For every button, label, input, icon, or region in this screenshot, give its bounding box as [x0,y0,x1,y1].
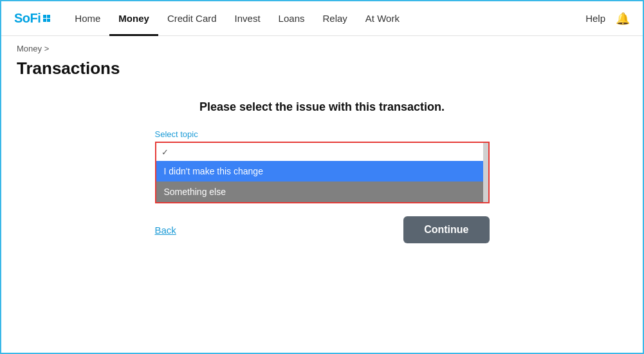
prompt-text: Please select the issue with this transa… [199,100,445,114]
dropdown-inner: ✓ I didn't make this change Something el… [156,143,488,202]
back-link[interactable]: Back [155,225,176,236]
dropdown-container[interactable]: ✓ I didn't make this change Something el… [155,142,490,203]
dropdown-wrapper: Select topic ✓ I didn't make this change… [155,129,490,203]
nav-links: Home Money Credit Card Invest Loans Rela… [66,1,585,36]
notification-bell-icon[interactable]: 🔔 [616,12,630,26]
main-content: Money > Transactions Please select the i… [1,36,643,353]
page-title: Transactions [17,59,627,79]
nav-item-money[interactable]: Money [109,1,158,36]
help-link[interactable]: Help [585,13,605,24]
nav-item-relay[interactable]: Relay [313,1,356,36]
nav-right: Help 🔔 [585,12,630,26]
breadcrumb: Money > [17,44,627,53]
dropdown-option-0[interactable]: I didn't make this change [156,161,488,182]
select-topic-label: Select topic [155,129,490,139]
sofi-logo-icon [43,15,50,22]
dropdown-scrollbar[interactable] [483,143,488,202]
checkmark-icon: ✓ [161,147,169,157]
dropdown-top-row: ✓ [156,143,488,161]
nav-item-invest[interactable]: Invest [226,1,270,36]
sofi-logo[interactable]: SoFi [14,11,50,26]
nav-item-loans[interactable]: Loans [270,1,314,36]
sofi-logo-text: SoFi [14,11,41,26]
dropdown-option-1[interactable]: Something else [156,182,488,202]
nav-item-at-work[interactable]: At Work [356,1,409,36]
card-area: Please select the issue with this transa… [17,94,627,243]
continue-button[interactable]: Continue [403,216,489,243]
nav-item-home[interactable]: Home [66,1,109,36]
nav-item-credit-card[interactable]: Credit Card [158,1,226,36]
navbar: SoFi Home Money Credit Card Invest Loans… [1,1,643,36]
action-row: Back Continue [155,216,490,243]
